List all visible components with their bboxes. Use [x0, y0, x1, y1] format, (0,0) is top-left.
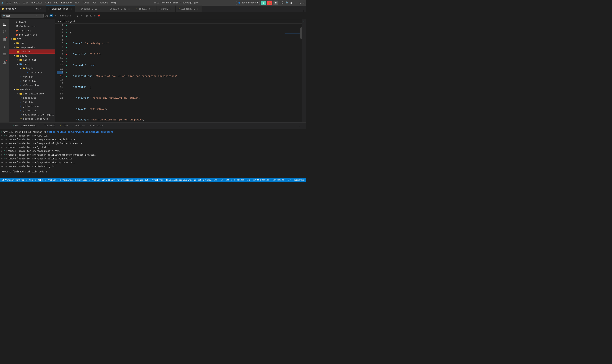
gutter-19[interactable]: ▶ — [65, 67, 68, 71]
close-search-btn[interactable]: ✕ — [80, 14, 83, 17]
run-debug-icon[interactable] — [1, 44, 8, 51]
status-encoding[interactable]: UTF-8 — [226, 179, 232, 181]
status-ts-version[interactable]: TypeScript 4.9.5 — [271, 179, 292, 181]
tab-index-js[interactable]: JS index.js ✕ — [133, 6, 157, 12]
panel-tab-problems[interactable]: ⚠ Problems — [70, 123, 88, 129]
run-config-dropdown[interactable]: ▼ — [257, 2, 258, 4]
tab-eslintrc[interactable]: JS .eslintrc.js ✕ — [104, 6, 133, 12]
menu-file[interactable]: File — [6, 1, 11, 4]
close-btn[interactable]: ✕ — [303, 1, 305, 5]
sidebar-item-login[interactable]: ▼ Login — [9, 66, 55, 71]
vertical-scrollbar[interactable] — [300, 24, 302, 122]
tab-loading-js[interactable]: JS loading.js ✕ — [175, 6, 202, 12]
status-terminal[interactable]: ⊡ Terminal — [60, 179, 72, 181]
gutter-14[interactable]: ▶ — [65, 49, 68, 52]
panel-tab-services[interactable]: ⚙ Services — [88, 123, 106, 129]
menu-tools[interactable]: Tools — [82, 1, 89, 4]
sidebar-item-components[interactable]: › components — [9, 45, 55, 50]
sidebar-item-locales[interactable]: › locales — [9, 50, 55, 54]
sidebar-item-src[interactable]: ▼ src — [9, 37, 55, 41]
menu-edit[interactable]: Edit — [14, 1, 20, 4]
run-link[interactable]: https://github.com/browserslist/update-d… — [47, 130, 113, 134]
pin-btn[interactable]: 📌 — [97, 14, 101, 17]
status-problems[interactable]: ⚠ Problems — [45, 179, 58, 181]
menu-code[interactable]: Code — [45, 1, 51, 4]
tab-close-cname[interactable]: ✕ — [169, 7, 172, 11]
search-clear-icon[interactable]: ✕ — [34, 15, 35, 17]
filter-btn[interactable]: |≡ — [85, 14, 89, 17]
sidebar-item-user[interactable]: ▼ User — [9, 62, 55, 66]
sidebar-item-umi[interactable]: › .umi — [9, 41, 55, 45]
search-input-wrapper[interactable]: 🔍 ✕ ↕ — [1, 14, 44, 18]
run-config-selector[interactable]: 👤 i18n-remove ▼ — [236, 1, 260, 5]
options-icon[interactable]: ⋮ — [42, 7, 44, 10]
menu-bar[interactable]: File Edit View Navigate Code Vue Refacto… — [6, 1, 117, 4]
status-lf[interactable]: LF — [221, 179, 223, 181]
match-case-btn[interactable]: Aa — [45, 14, 49, 17]
sidebar-item-global-ts[interactable]: ⚛ global.tsx — [9, 108, 55, 113]
notifications-icon[interactable] — [1, 59, 8, 66]
sidebar-item-login-index[interactable]: TS index.tsx — [9, 71, 55, 75]
tab-close-package-json[interactable]: ✕ — [70, 7, 73, 11]
sidebar-item-welcome[interactable]: ⚛ Welcome.tsx — [9, 83, 55, 87]
next-result-btn[interactable]: ↓ — [76, 14, 79, 17]
menu-run[interactable]: Run — [75, 1, 80, 4]
sidebar-item-service-worker[interactable]: JS service-worker.js — [9, 117, 55, 121]
status-todo[interactable]: ☑ TODO — [35, 179, 43, 181]
expand-icon[interactable]: ⊞ — [38, 7, 39, 10]
sidebar-item-ant-design-pro[interactable]: › ant-design-pro — [9, 91, 55, 96]
panel-tab-terminal[interactable]: Terminal — [42, 123, 58, 129]
gutter-20[interactable]: ▶ — [65, 71, 68, 74]
stop-button[interactable]: ■ — [274, 0, 278, 5]
sidebar-item-typings-d[interactable]: TS typings.d.ts — [9, 121, 55, 122]
gutter-13[interactable]: ▶ — [65, 45, 68, 49]
gutter-16[interactable]: ▶ — [65, 56, 68, 60]
prev-result-btn[interactable]: ↑ — [73, 14, 76, 17]
menu-vue[interactable]: Vue — [54, 1, 58, 4]
sidebar-item-pages[interactable]: ▼ pages — [9, 54, 55, 58]
menu-navigate[interactable]: Navigate — [31, 1, 42, 4]
gutter-12[interactable]: ▶ — [65, 42, 68, 45]
maximize-btn[interactable]: □ — [300, 1, 301, 4]
status-spaces[interactable]: 2 spaces — [234, 179, 244, 181]
sidebar-item-app-tsx[interactable]: ⚛ app.tsx — [9, 100, 55, 104]
tab-close-eslint[interactable]: ✕ — [128, 7, 131, 11]
menu-help[interactable]: Help — [111, 1, 117, 4]
bookmarks-icon[interactable] — [1, 36, 8, 43]
sidebar-item-services[interactable]: ▼ services — [9, 87, 55, 91]
search-history-icon[interactable]: ↕ — [36, 15, 37, 17]
sidebar-item-access-ts[interactable]: TS access.ts — [9, 96, 55, 100]
tab-cname[interactable]: C CNAME ✕ — [157, 6, 175, 12]
gutter-17[interactable]: ▶ — [65, 60, 68, 64]
search-icon-top[interactable]: 🔍 — [286, 1, 289, 5]
settings-icon-top[interactable]: ⚙ — [290, 1, 292, 5]
gutter-8[interactable]: ▶ — [65, 27, 68, 31]
sidebar-item-logo-svg[interactable]: logo.svg — [9, 28, 55, 33]
search-input[interactable] — [6, 14, 33, 17]
sidebar-item-admin[interactable]: ⚛ Admin.tsx — [9, 79, 55, 83]
tab-close-typings[interactable]: ✕ — [98, 7, 102, 11]
vcs-icon[interactable] — [1, 28, 8, 35]
editor-scroll-area[interactable]: 1 2 3 4 5 6 7 8 9 10 11 12 13 14 15 16 1… — [55, 24, 302, 122]
match-word-btn[interactable]: W — [50, 14, 53, 17]
tab-package-json[interactable]: {} package.json ✕ — [46, 6, 75, 12]
gutter-11[interactable]: ▶ — [65, 38, 68, 42]
menu-window[interactable]: Window — [100, 1, 108, 4]
minimize-btn[interactable]: — — [297, 1, 298, 4]
status-error-count[interactable]: ⚠ 1 — [247, 179, 251, 181]
collapse-icon[interactable]: ≡ — [40, 7, 41, 10]
run-tab-close[interactable]: ✕ — [37, 124, 40, 127]
menu-vcs[interactable]: VCS — [92, 1, 97, 4]
panel-tab-run[interactable]: ▶ Run: i18n-remove ✕ — [11, 123, 42, 129]
tab-close-loading[interactable]: ✕ — [196, 7, 199, 11]
gutter-21[interactable]: ▶ — [65, 74, 68, 78]
explorer-icon[interactable] — [1, 21, 8, 28]
sidebar-item-cname[interactable]: C CNAME — [9, 20, 55, 24]
status-run-tab[interactable]: ▶ Run — [27, 179, 33, 181]
sidebar-item-pro-icon[interactable]: pro_icon.svg — [9, 33, 55, 37]
gutter-7[interactable]: ▶ — [65, 24, 68, 27]
more-icon-top[interactable]: ⋯ — [293, 1, 295, 5]
sidebar-item-tablelist[interactable]: › TableList — [9, 58, 55, 62]
run-button[interactable]: ▶ — [261, 0, 266, 5]
sync-icon[interactable]: ⚙ — [35, 7, 37, 10]
